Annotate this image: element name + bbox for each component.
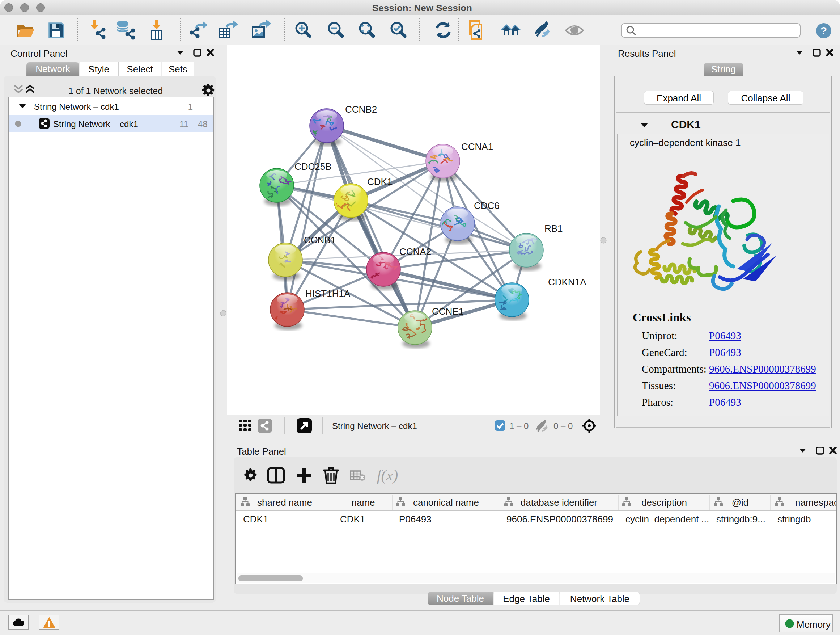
svg-text:name: name xyxy=(351,497,375,508)
svg-text:CDKN1A: CDKN1A xyxy=(548,277,586,287)
svg-text:RB1: RB1 xyxy=(545,223,563,234)
svg-text:CDC25B: CDC25B xyxy=(294,161,332,172)
svg-text:HIST1H1A: HIST1H1A xyxy=(305,288,351,299)
svg-text:canonical name: canonical name xyxy=(413,497,479,508)
svg-text:shared name: shared name xyxy=(257,497,312,508)
svg-text:CCNB1: CCNB1 xyxy=(304,234,336,245)
svg-text:?: ? xyxy=(821,25,827,36)
svg-text:CDC6: CDC6 xyxy=(474,200,500,211)
svg-text:CCNE1: CCNE1 xyxy=(432,306,464,317)
svg-text:@id: @id xyxy=(732,497,749,508)
svg-text:CCNA1: CCNA1 xyxy=(461,141,493,152)
svg-text:CCNA2: CCNA2 xyxy=(399,246,431,257)
svg-text:database identifier: database identifier xyxy=(521,497,598,508)
svg-text:description: description xyxy=(641,497,687,508)
svg-text:CCNB2: CCNB2 xyxy=(345,104,377,115)
svg-text:namespace: namespace xyxy=(795,497,836,508)
svg-text:CDK1: CDK1 xyxy=(367,176,392,187)
svg-text:f(x): f(x) xyxy=(377,467,398,484)
